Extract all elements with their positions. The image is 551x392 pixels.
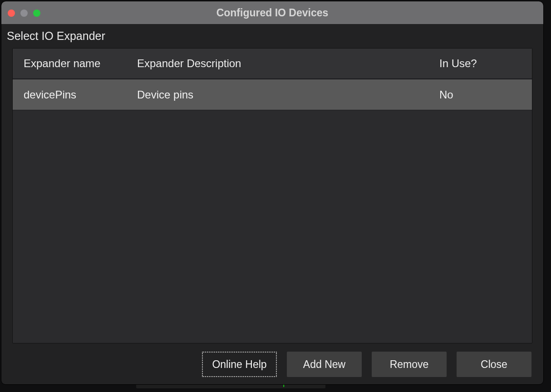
- window-controls: [8, 10, 40, 17]
- remove-button[interactable]: Remove: [372, 352, 447, 377]
- cell-inuse: No: [439, 88, 521, 101]
- col-header-inuse[interactable]: In Use?: [439, 57, 521, 70]
- close-button[interactable]: Close: [457, 352, 531, 377]
- cell-description: Device pins: [137, 88, 439, 101]
- dialog-window: Configured IO Devices Select IO Expander…: [1, 1, 544, 385]
- window-title: Configured IO Devices: [1, 7, 543, 19]
- col-header-name[interactable]: Expander name: [24, 57, 137, 70]
- button-row: Online Help Add New Remove Close: [7, 343, 538, 379]
- minimize-window-icon[interactable]: [20, 10, 28, 17]
- section-label: Select IO Expander: [7, 29, 538, 43]
- titlebar[interactable]: Configured IO Devices: [1, 1, 543, 24]
- table-header-row: Expander name Expander Description In Us…: [13, 49, 532, 79]
- cell-name: devicePins: [24, 88, 137, 101]
- online-help-button[interactable]: Online Help: [202, 352, 277, 377]
- zoom-window-icon[interactable]: [33, 10, 40, 17]
- expander-table: Expander name Expander Description In Us…: [12, 48, 532, 343]
- col-header-description[interactable]: Expander Description: [137, 57, 439, 70]
- dialog-content: Select IO Expander Expander name Expande…: [1, 24, 543, 384]
- add-new-button[interactable]: Add New: [287, 352, 362, 377]
- table-row[interactable]: devicePins Device pins No: [13, 79, 532, 110]
- close-window-icon[interactable]: [8, 10, 15, 17]
